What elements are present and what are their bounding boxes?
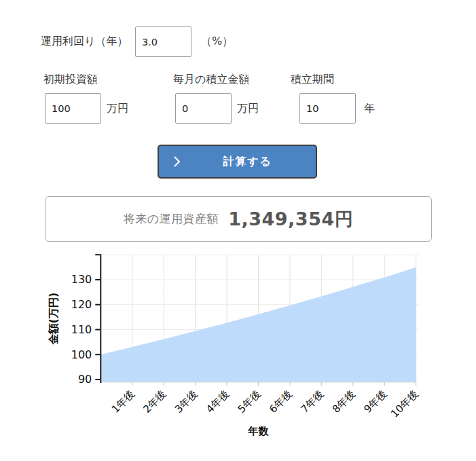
y-tick-label: 120 [71,298,92,311]
initial-investment-unit-label: 万円 [107,102,128,116]
initial-investment-label: 初期投資額 [43,73,98,87]
accumulation-period-label: 積立期間 [291,73,334,87]
monthly-contribution-input[interactable] [175,93,232,124]
x-tick-label: 6年後 [267,388,295,416]
result-label: 将来の運用資産額 [124,211,219,227]
x-tick-label: 5年後 [236,388,263,416]
accumulation-period-unit-label: 年 [364,102,375,116]
y-tick-label: 100 [71,348,92,361]
y-tick-label: 130 [71,273,92,286]
x-tick-label: 3年後 [172,388,200,416]
investment-calculator-page: 運用利回り（年） （%） 初期投資額 万円 毎月の積立金額 万円 積立期間 年 … [0,0,476,461]
x-tick-label: 4年後 [204,388,232,416]
asset-growth-chart: 901001101201301年後2年後3年後4年後5年後6年後7年後8年後9年… [41,250,435,447]
result-panel: 将来の運用資産額 1,349,354円 [45,196,432,242]
yield-label: 運用利回り（年） [41,35,128,49]
y-axis-title: 金額(万円) [48,293,60,345]
calculate-button[interactable]: 計算する [158,145,317,179]
chevron-right-icon [174,156,181,167]
x-tick-label: 1年後 [109,388,137,416]
initial-investment-input[interactable] [45,93,101,124]
x-tick-label: 2年後 [141,388,168,416]
x-tick-label: 8年後 [330,388,358,416]
y-tick-label: 110 [71,323,92,336]
accumulation-period-input[interactable] [299,93,356,124]
x-axis-title: 年数 [248,425,270,437]
x-tick-label: 9年後 [361,388,389,416]
yield-unit-label: （%） [201,35,233,49]
x-tick-label: 10年後 [388,388,420,420]
x-tick-label: 7年後 [299,388,327,416]
monthly-contribution-unit-label: 万円 [237,102,259,116]
y-tick-label: 90 [78,373,92,386]
monthly-contribution-label: 毎月の積立金額 [173,73,249,87]
yield-input[interactable] [135,26,191,57]
chart-section: 901001101201301年後2年後3年後4年後5年後6年後7年後8年後9年… [41,250,435,447]
result-value: 1,349,354円 [228,207,353,232]
calculate-button-label: 計算する [223,155,272,169]
